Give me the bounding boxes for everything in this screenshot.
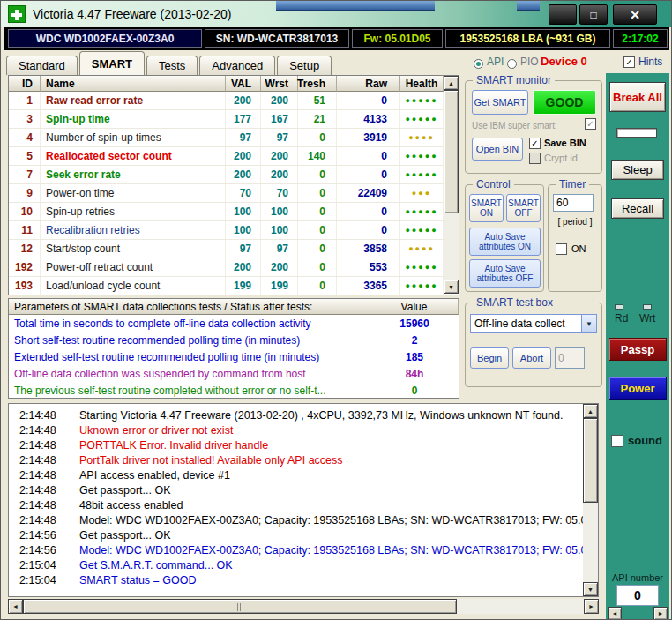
tab-smart[interactable]: SMART xyxy=(79,51,145,75)
smart-attribute-row[interactable]: 4 Number of spin-up times 97 97 0 3919 ●… xyxy=(9,129,459,147)
tab-advanced[interactable]: Advanced xyxy=(199,56,275,75)
close-button[interactable]: ✕ xyxy=(613,4,657,25)
cell-tresh: 0 xyxy=(298,184,337,202)
pio-radio[interactable] xyxy=(507,59,517,69)
minimize-button[interactable]: ─ xyxy=(549,4,577,25)
cell-raw: 0 xyxy=(337,221,400,239)
log-scrollbar[interactable]: ▲ ▼ xyxy=(583,404,598,596)
sound-checkbox[interactable] xyxy=(611,435,623,447)
maximize-button[interactable]: □ xyxy=(579,4,608,25)
parameter-row[interactable]: Short self-test routine recommended poll… xyxy=(9,332,459,348)
scroll-down-icon[interactable]: ▼ xyxy=(583,582,598,596)
hints-checkbox[interactable]: ✓ xyxy=(623,56,635,68)
health-dots: ●●●●● xyxy=(400,258,444,276)
cell-raw: 0 xyxy=(337,166,400,183)
smart-attribute-row[interactable]: 7 Seek error rate 200 200 0 0 ●●●●● xyxy=(9,166,459,184)
log-line: 2:14:48PortTalk driver not installed! Av… xyxy=(9,452,598,467)
parameter-value: 185 xyxy=(370,348,459,365)
cell-wrst: 200 xyxy=(261,258,298,276)
cell-name: Raw read error rate xyxy=(41,92,226,109)
smart-attribute-row[interactable]: 1 Raw read error rate 200 200 51 0 ●●●●● xyxy=(9,92,459,110)
scroll-up-icon[interactable]: ▲ xyxy=(444,76,459,90)
parameter-row[interactable]: Off-line data collection was suspended b… xyxy=(9,365,459,382)
cell-name: Recalibration retries xyxy=(41,221,226,239)
scroll-left-icon[interactable]: ◄ xyxy=(8,599,23,614)
log-horizontal-scrollbar[interactable]: ◄ ► xyxy=(8,599,599,614)
smart-on-button[interactable]: SMART ON xyxy=(469,194,504,222)
log-message: Model: WDC WD1002FAEX-00Z3A0; Capacity: … xyxy=(79,514,599,527)
open-bin-button[interactable]: Open BIN xyxy=(472,138,523,161)
smart-off-button[interactable]: SMART OFF xyxy=(506,194,541,222)
smart-attribute-row[interactable]: 10 Spin-up retries 100 100 0 0 ●●●●● xyxy=(9,203,459,221)
cell-val: 200 xyxy=(226,92,261,109)
sleep-button[interactable]: Sleep xyxy=(611,160,664,180)
cell-name: Reallocated sector count xyxy=(41,147,226,165)
smart-attribute-row[interactable]: 3 Spin-up time 177 167 21 4133 ●●●●● xyxy=(9,110,459,129)
smart-attribute-row[interactable]: 11 Recalibration retries 100 100 0 0 ●●●… xyxy=(9,221,459,240)
parameter-row[interactable]: Total time in seconds to complete off-li… xyxy=(9,315,459,332)
health-dots: ●●●●● xyxy=(400,92,444,109)
group-title: Control xyxy=(473,178,514,190)
api-radio[interactable] xyxy=(474,59,483,69)
cell-tresh: 0 xyxy=(298,221,337,239)
cell-tresh: 0 xyxy=(298,203,337,220)
clock: 2:17:02 xyxy=(613,29,668,48)
scrollbar-thumb[interactable] xyxy=(444,90,459,213)
device-indicator: Device 0 xyxy=(541,55,587,68)
tab-tests[interactable]: Tests xyxy=(146,56,198,75)
smart-attribute-row[interactable]: 12 Start/stop count 97 97 0 3858 ●●●● xyxy=(9,240,459,258)
recall-button[interactable]: Recall xyxy=(611,198,664,219)
test-type-dropdown[interactable]: Off-line data collect ▼ xyxy=(470,314,597,333)
api-number-field[interactable] xyxy=(616,585,659,606)
scroll-right-icon[interactable]: ► xyxy=(584,599,599,614)
scrollbar-thumb[interactable] xyxy=(583,418,598,503)
background-window-fragment xyxy=(276,1,435,11)
power-button[interactable]: Power xyxy=(609,377,667,400)
cell-id: 3 xyxy=(9,110,41,128)
smart-attribute-row[interactable]: 9 Power-on time 70 70 0 22409 ●●● xyxy=(9,184,459,203)
timer-on-checkbox[interactable] xyxy=(556,243,567,255)
break-all-button[interactable]: Break All xyxy=(609,82,666,112)
check-icon: ✓ xyxy=(625,58,632,67)
timer-period-input[interactable] xyxy=(553,194,594,212)
passport-button[interactable]: Passp xyxy=(609,338,667,361)
log-line: 2:14:56Model: WDC WD1002FAEX-00Z3A0; Cap… xyxy=(9,542,598,557)
smart-attribute-row[interactable]: 5 Reallocated sector count 200 200 140 0… xyxy=(9,147,459,166)
cell-id: 5 xyxy=(9,147,41,165)
auto-save-attributes-on-button[interactable]: Auto Save attributes ON xyxy=(469,228,541,256)
log-time: 2:15:04 xyxy=(19,574,63,586)
test-count-field[interactable] xyxy=(555,347,585,369)
ibm-super-smart-checkbox[interactable]: ✓ xyxy=(585,118,596,130)
save-bin-label: Save BIN xyxy=(544,138,586,148)
scroll-down-icon[interactable]: ▼ xyxy=(444,280,459,294)
parameter-value: 15960 xyxy=(370,315,459,332)
sound-label: sound xyxy=(628,434,662,447)
health-dots: ●●● xyxy=(400,184,444,202)
tab-setup[interactable]: Setup xyxy=(277,56,332,75)
crypt-id-checkbox[interactable] xyxy=(529,153,541,164)
event-log[interactable]: 2:14:48Starting Victoria 4.47 Freeware (… xyxy=(8,403,599,597)
log-line: 2:14:48Model: WDC WD1002FAEX-00Z3A0; Cap… xyxy=(9,512,598,527)
smart-attribute-row[interactable]: 193 Load/unload cycle count 199 199 0 33… xyxy=(9,277,459,295)
tab-standard[interactable]: Standard xyxy=(6,56,78,75)
get-smart-button[interactable]: Get SMART xyxy=(472,90,528,115)
scroll-up-icon[interactable]: ▲ xyxy=(583,404,598,418)
table-scrollbar[interactable]: ▲ ▼ xyxy=(444,76,459,294)
auto-save-attributes-off-button[interactable]: Auto Save attributes OFF xyxy=(469,259,541,288)
hints-label: Hints xyxy=(638,56,662,68)
save-bin-checkbox[interactable]: ✓ xyxy=(529,138,541,149)
scroll-right-icon[interactable]: ► xyxy=(653,607,668,620)
parameter-row[interactable]: The previous self-test routine completed… xyxy=(9,382,459,399)
scrollbar-thumb[interactable] xyxy=(23,599,457,614)
chevron-down-icon[interactable]: ▼ xyxy=(581,315,596,332)
parameter-row[interactable]: Extended self-test routine recommended p… xyxy=(9,348,459,365)
log-time: 2:14:48 xyxy=(19,439,63,452)
cell-val: 100 xyxy=(226,221,261,239)
smart-attribute-row[interactable]: 192 Power-off retract count 200 200 0 55… xyxy=(9,258,459,277)
timer-on-label: ON xyxy=(571,243,586,254)
abort-button[interactable]: Abort xyxy=(512,347,551,369)
begin-button[interactable]: Begin xyxy=(470,347,509,369)
scroll-left-icon[interactable]: ◄ xyxy=(608,607,622,620)
drive-capacity: 1953525168 LBA (~931 GB) xyxy=(445,29,610,48)
health-dots: ●●●●● xyxy=(400,147,444,165)
